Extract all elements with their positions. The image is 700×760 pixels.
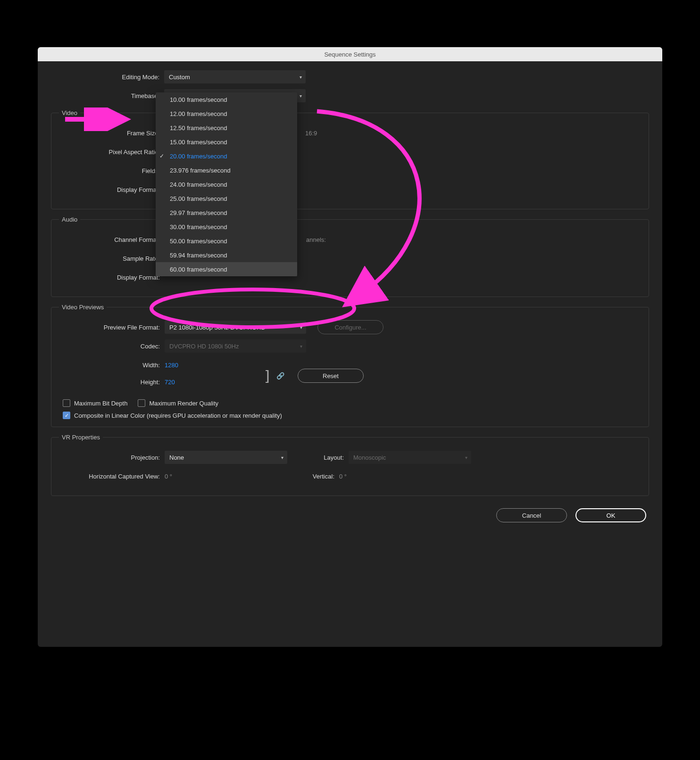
- vr-properties-section: VR Properties Projection: None ▾ Layout:…: [51, 434, 649, 496]
- cancel-label: Cancel: [522, 512, 541, 519]
- sample-rate-label: Sample Rate:: [59, 255, 165, 262]
- editing-mode-value: Custom: [169, 74, 190, 81]
- horiz-captured-value: 0 °: [165, 473, 278, 480]
- video-previews-section: Video Previews Preview File Format: P2 1…: [51, 304, 649, 427]
- checkbox-row-1: Maximum Bit Depth Maximum Render Quality: [63, 399, 641, 407]
- cancel-button[interactable]: Cancel: [496, 508, 567, 522]
- video-display-format-row: Display Format:: [59, 182, 641, 197]
- projection-label: Projection:: [59, 454, 165, 461]
- vert-value: 0 °: [339, 473, 347, 480]
- chevron-down-icon: ▾: [300, 74, 302, 80]
- timebase-option-label: 59.94 frames/second: [170, 252, 227, 259]
- timebase-option-label: 24.00 frames/second: [170, 181, 227, 188]
- editing-mode-select[interactable]: Custom ▾: [164, 70, 306, 83]
- checkbox-icon: [63, 399, 70, 407]
- codec-value: DVCPRO HD 1080i 50Hz: [169, 343, 239, 350]
- timebase-option-label: 23.976 frames/second: [170, 167, 231, 174]
- sample-rate-row: Sample Rate:: [59, 251, 641, 265]
- horiz-captured-label: Horizontal Captured View:: [59, 473, 165, 480]
- vert-label: Vertical:: [278, 473, 339, 480]
- timebase-option[interactable]: 15.00 frames/second: [156, 135, 297, 149]
- dialog-footer: Cancel OK: [51, 508, 649, 522]
- timebase-option[interactable]: ✓20.00 frames/second: [156, 149, 297, 163]
- ok-button[interactable]: OK: [575, 508, 646, 522]
- width-value[interactable]: 1280: [165, 362, 178, 369]
- chevron-down-icon: ▾: [300, 325, 302, 330]
- reset-label: Reset: [323, 372, 339, 380]
- bracket-icon: ]: [263, 368, 272, 384]
- wh-row: Width: 1280 Height: 720 ] 🔗 Reset: [59, 358, 641, 394]
- timebase-option-label: 20.00 frames/second: [170, 153, 227, 160]
- reset-button[interactable]: Reset: [298, 369, 364, 383]
- timebase-option-label: 15.00 frames/second: [170, 139, 227, 146]
- channel-format-row: Channel Format: annels:: [59, 232, 641, 247]
- projection-row: Projection: None ▾ Layout: Monoscopic ▾: [59, 450, 641, 464]
- timebase-option[interactable]: 12.50 frames/second: [156, 121, 297, 135]
- codec-label: Codec:: [59, 343, 165, 350]
- codec-select: DVCPRO HD 1080i 50Hz ▾: [165, 339, 306, 353]
- video-display-format-label: Display Format:: [59, 186, 165, 193]
- preview-file-format-value: P2 1080i-1080p 50Hz DVCPROHD: [169, 324, 266, 331]
- width-label: Width:: [59, 362, 165, 369]
- audio-display-format-row: Display Format:: [59, 270, 641, 284]
- timebase-option[interactable]: 30.00 frames/second: [156, 220, 297, 234]
- frame-size-row: Frame Size: 16:9: [59, 126, 641, 140]
- timebase-option-label: 50.00 frames/second: [170, 238, 227, 245]
- preview-file-format-select[interactable]: P2 1080i-1080p 50Hz DVCPROHD ▾: [165, 321, 306, 334]
- width-row: Width: 1280: [59, 358, 178, 372]
- timebase-options-popup[interactable]: 10.00 frames/second12.00 frames/second12…: [156, 92, 297, 276]
- timebase-option[interactable]: 29.97 frames/second: [156, 206, 297, 220]
- window-titlebar: Sequence Settings: [38, 47, 662, 61]
- timebase-option-label: 60.00 frames/second: [170, 266, 227, 273]
- composite-linear-check[interactable]: ✓ Composite in Linear Color (requires GP…: [63, 412, 282, 419]
- video-legend: Video: [59, 109, 80, 116]
- link-icon[interactable]: 🔗: [276, 372, 284, 380]
- chevron-down-icon: ▾: [465, 455, 467, 460]
- projection-value: None: [169, 454, 184, 461]
- height-row: Height: 720: [59, 375, 178, 389]
- check-icon: ✓: [159, 153, 164, 159]
- channels-label-partial: annels:: [306, 236, 326, 243]
- max-render-quality-check[interactable]: Maximum Render Quality: [138, 399, 218, 407]
- height-value[interactable]: 720: [165, 379, 175, 386]
- timebase-option[interactable]: 59.94 frames/second: [156, 248, 297, 262]
- timebase-option[interactable]: 24.00 frames/second: [156, 177, 297, 191]
- window-content: Editing Mode: Custom ▾ Timebase: 20.00 f…: [38, 61, 662, 534]
- timebase-option[interactable]: 50.00 frames/second: [156, 234, 297, 248]
- timebase-option[interactable]: 12.00 frames/second: [156, 107, 297, 121]
- chevron-down-icon: ▾: [300, 344, 302, 349]
- editing-mode-row: Editing Mode: Custom ▾: [51, 70, 649, 84]
- timebase-option[interactable]: 60.00 frames/second: [156, 262, 297, 276]
- video-previews-legend: Video Previews: [59, 304, 107, 311]
- timebase-option-label: 12.00 frames/second: [170, 110, 227, 117]
- timebase-option[interactable]: 25.00 frames/second: [156, 191, 297, 206]
- timebase-option[interactable]: 23.976 frames/second: [156, 163, 297, 177]
- ok-label: OK: [607, 512, 616, 519]
- timebase-option-label: 12.50 frames/second: [170, 124, 227, 132]
- preview-file-format-row: Preview File Format: P2 1080i-1080p 50Hz…: [59, 320, 641, 334]
- composite-label: Composite in Linear Color (requires GPU …: [74, 412, 282, 419]
- checkbox-row-2: ✓ Composite in Linear Color (requires GP…: [63, 412, 641, 419]
- timebase-row: Timebase: 20.00 frames/second ▾: [51, 89, 649, 103]
- vr-legend: VR Properties: [59, 434, 103, 441]
- wh-link-group: ] 🔗 Reset: [263, 368, 364, 384]
- window-title: Sequence Settings: [324, 51, 375, 58]
- projection-select[interactable]: None ▾: [165, 451, 287, 464]
- layout-value: Monoscopic: [353, 454, 386, 461]
- channel-format-label: Channel Format:: [59, 236, 165, 243]
- pixel-aspect-row: Pixel Aspect Ratio:: [59, 145, 641, 159]
- audio-legend: Audio: [59, 216, 80, 223]
- timebase-option-label: 30.00 frames/second: [170, 223, 227, 231]
- frame-aspect-note: 16:9: [305, 130, 317, 137]
- chevron-down-icon: ▾: [281, 455, 283, 460]
- timebase-option-label: 29.97 frames/second: [170, 209, 227, 216]
- fields-row: Fields:: [59, 164, 641, 178]
- layout-select: Monoscopic ▾: [349, 451, 471, 464]
- timebase-option[interactable]: 10.00 frames/second: [156, 92, 297, 107]
- preview-file-format-label: Preview File Format:: [59, 324, 165, 331]
- codec-row: Codec: DVCPRO HD 1080i 50Hz ▾: [59, 339, 641, 353]
- checkbox-icon: [138, 399, 145, 407]
- captured-view-row: Horizontal Captured View: 0 ° Vertical: …: [59, 469, 641, 483]
- max-bit-depth-check[interactable]: Maximum Bit Depth: [63, 399, 127, 407]
- configure-button: Configure...: [317, 320, 383, 334]
